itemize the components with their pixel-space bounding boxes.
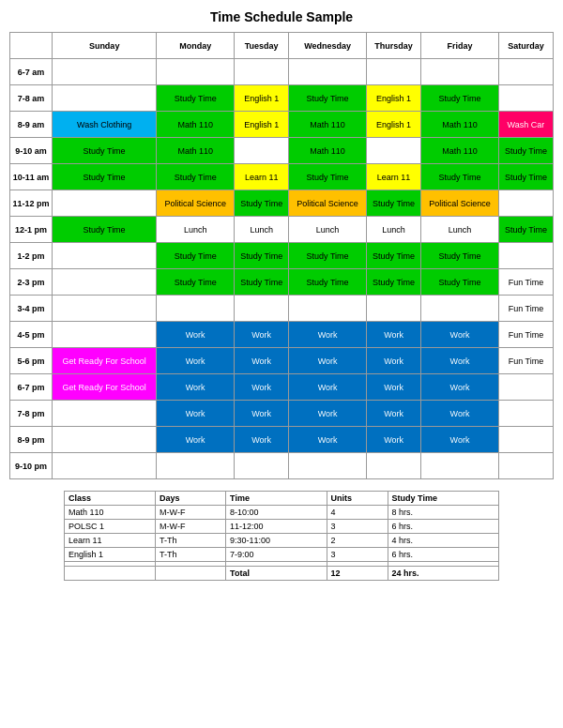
schedule-cell: Fun Time bbox=[498, 322, 553, 348]
schedule-cell bbox=[498, 401, 553, 427]
legend-cell: 7-9:00 bbox=[226, 548, 327, 562]
schedule-cell: Study Time bbox=[157, 269, 235, 296]
schedule-cell bbox=[367, 453, 421, 479]
schedule-cell: Study Time bbox=[421, 269, 499, 296]
schedule-cell: Work bbox=[421, 374, 499, 401]
schedule-cell: Lunch bbox=[367, 217, 421, 243]
legend-cell: 8 hrs. bbox=[388, 506, 498, 520]
legend-cell bbox=[156, 567, 226, 581]
schedule-cell: Study Time bbox=[498, 164, 553, 190]
schedule-cell: Work bbox=[157, 322, 235, 348]
schedule-cell: English 1 bbox=[367, 85, 421, 112]
schedule-cell bbox=[157, 296, 235, 322]
table-row: 2-3 pmStudy TimeStudy TimeStudy TimeStud… bbox=[10, 269, 554, 296]
legend-cell: 4 hrs. bbox=[388, 534, 498, 548]
time-column-header bbox=[10, 33, 53, 59]
schedule-cell: Work bbox=[235, 322, 289, 348]
time-cell: 10-11 am bbox=[10, 164, 53, 190]
schedule-cell: Study Time bbox=[235, 243, 289, 269]
legend-cell: 12 bbox=[327, 567, 388, 581]
table-row: 7-8 pmWorkWorkWorkWorkWork bbox=[10, 401, 554, 427]
schedule-cell: Work bbox=[235, 374, 289, 401]
time-cell: 7-8 pm bbox=[10, 401, 53, 427]
legend-column-header: Days bbox=[156, 492, 226, 506]
schedule-cell: Work bbox=[421, 322, 499, 348]
schedule-cell bbox=[235, 453, 289, 479]
schedule-cell: English 1 bbox=[235, 112, 289, 138]
schedule-cell: Study Time bbox=[367, 269, 421, 296]
table-row: 11-12 pmPolitical ScienceStudy TimePolit… bbox=[10, 190, 554, 217]
schedule-cell bbox=[53, 190, 157, 217]
schedule-cell: Lunch bbox=[421, 217, 499, 243]
schedule-cell bbox=[289, 296, 367, 322]
legend-column-header: Time bbox=[226, 492, 327, 506]
legend-row: Math 110M-W-F8-10:0048 hrs. bbox=[65, 506, 499, 520]
schedule-cell bbox=[498, 190, 553, 217]
legend-cell: 6 hrs. bbox=[388, 520, 498, 534]
schedule-cell: Lunch bbox=[235, 217, 289, 243]
schedule-cell: Study Time bbox=[421, 85, 499, 112]
legend-row: English 1T-Th7-9:0036 hrs. bbox=[65, 548, 499, 562]
day-header-monday: Monday bbox=[157, 33, 235, 59]
time-cell: 6-7 am bbox=[10, 59, 53, 85]
schedule-cell: Work bbox=[421, 348, 499, 374]
schedule-cell: Study Time bbox=[498, 217, 553, 243]
legend-cell: 11-12:00 bbox=[226, 520, 327, 534]
schedule-cell: Work bbox=[157, 374, 235, 401]
schedule-cell: Math 110 bbox=[421, 138, 499, 164]
schedule-cell: Work bbox=[367, 348, 421, 374]
schedule-cell: Fun Time bbox=[498, 269, 553, 296]
legend-cell: 3 bbox=[327, 520, 388, 534]
legend-cell: T-Th bbox=[156, 548, 226, 562]
schedule-cell: Study Time bbox=[53, 217, 157, 243]
schedule-cell bbox=[367, 59, 421, 85]
legend-cell: 8-10:00 bbox=[226, 506, 327, 520]
time-cell: 11-12 pm bbox=[10, 190, 53, 217]
schedule-cell bbox=[235, 138, 289, 164]
schedule-cell: Study Time bbox=[157, 85, 235, 112]
day-header-saturday: Saturday bbox=[498, 33, 553, 59]
schedule-cell bbox=[53, 85, 157, 112]
schedule-cell bbox=[53, 59, 157, 85]
schedule-cell: Study Time bbox=[235, 269, 289, 296]
schedule-cell: Fun Time bbox=[498, 348, 553, 374]
schedule-cell: Work bbox=[157, 427, 235, 453]
schedule-cell: Work bbox=[289, 322, 367, 348]
schedule-cell: Study Time bbox=[289, 243, 367, 269]
schedule-table: SundayMondayTuesdayWednesdayThursdayFrid… bbox=[9, 32, 554, 479]
table-row: 6-7 am bbox=[10, 59, 554, 85]
schedule-cell: Work bbox=[289, 427, 367, 453]
schedule-cell: Work bbox=[235, 348, 289, 374]
schedule-cell: Study Time bbox=[421, 243, 499, 269]
schedule-cell bbox=[421, 296, 499, 322]
time-cell: 7-8 am bbox=[10, 85, 53, 112]
page-title: Time Schedule Sample bbox=[9, 9, 554, 24]
schedule-cell: Work bbox=[421, 401, 499, 427]
schedule-cell: Math 110 bbox=[289, 138, 367, 164]
schedule-cell bbox=[53, 427, 157, 453]
legend-row: POLSC 1M-W-F11-12:0036 hrs. bbox=[65, 520, 499, 534]
schedule-cell bbox=[53, 269, 157, 296]
schedule-cell bbox=[367, 296, 421, 322]
schedule-cell bbox=[421, 453, 499, 479]
time-cell: 6-7 pm bbox=[10, 374, 53, 401]
time-cell: 8-9 am bbox=[10, 112, 53, 138]
schedule-cell: Study Time bbox=[53, 164, 157, 190]
legend-cell: 24 hrs. bbox=[388, 567, 498, 581]
schedule-cell: Math 110 bbox=[421, 112, 499, 138]
schedule-cell: Study Time bbox=[498, 138, 553, 164]
schedule-cell: Learn 11 bbox=[367, 164, 421, 190]
schedule-cell: Fun Time bbox=[498, 296, 553, 322]
schedule-cell bbox=[235, 59, 289, 85]
legend-column-header: Study Time bbox=[388, 492, 498, 506]
schedule-cell: Work bbox=[289, 374, 367, 401]
legend-cell: Math 110 bbox=[65, 506, 156, 520]
table-row: 8-9 pmWorkWorkWorkWorkWork bbox=[10, 427, 554, 453]
legend-row: Learn 11T-Th9:30-11:0024 hrs. bbox=[65, 534, 499, 548]
time-cell: 3-4 pm bbox=[10, 296, 53, 322]
schedule-cell bbox=[53, 243, 157, 269]
schedule-cell bbox=[421, 59, 499, 85]
schedule-cell: Lunch bbox=[289, 217, 367, 243]
schedule-cell: Math 110 bbox=[157, 138, 235, 164]
schedule-cell: Political Science bbox=[421, 190, 499, 217]
